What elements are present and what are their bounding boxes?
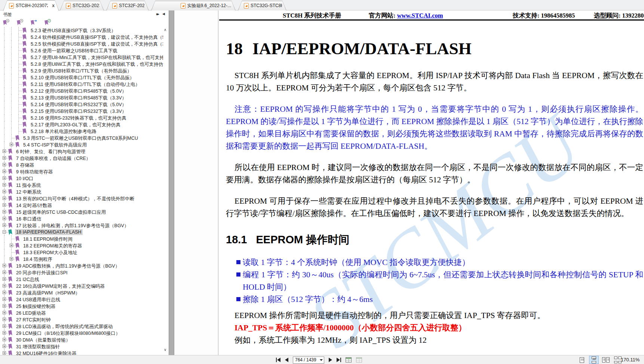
- expand-plus-icon[interactable]: +: [3, 163, 6, 166]
- expand-plus-icon[interactable]: +: [3, 318, 6, 321]
- expand-plus-icon[interactable]: +: [3, 304, 6, 308]
- site-link[interactable]: www.STCAI.com: [397, 12, 443, 19]
- bookmark-item[interactable]: +32 MDU16硬件16位乘除法器: [0, 350, 163, 355]
- tab-stc32f[interactable]: STC32F-20230724....: [106, 1, 149, 10]
- bookmark-item[interactable]: +6 时钟、复位、看门狗与电源管理: [0, 148, 163, 155]
- bookmark-label[interactable]: 18 IAP/EEPROM/DATA-FLASH: [15, 229, 83, 235]
- bookmark-item[interactable]: +18.4 范例程序: [0, 256, 163, 262]
- collapse-minus-icon[interactable]: −: [3, 230, 6, 234]
- last-page-button[interactable]: [337, 358, 341, 362]
- expand-plus-icon[interactable]: +: [3, 156, 6, 160]
- bookmark-item[interactable]: +31 增强型双数据指针: [0, 343, 163, 350]
- tree-scroll-up-icon[interactable]: ∧: [164, 28, 166, 32]
- table-select-tool-icon[interactable]: [346, 357, 352, 363]
- expand-plus-icon[interactable]: +: [3, 297, 6, 301]
- bookmark-item[interactable]: 5.2.5 软件模拟硬件USB直接ISP下载，建议尝试，不支持仿真（3.3V系统…: [0, 40, 163, 47]
- bookmark-item[interactable]: +7 自动频率校准，自动追频（CRE）: [0, 155, 163, 161]
- single-page-layout-button[interactable]: [577, 356, 586, 364]
- bookmark-item[interactable]: 5.2.11 使用USB转双串口/TTL下载（自动停电/上电）: [0, 81, 163, 87]
- previous-page-button[interactable]: [285, 358, 288, 362]
- bookmark-item[interactable]: −18 IAP/EEPROM/DATA-FLASH: [0, 229, 163, 235]
- facing-layout-button[interactable]: [601, 356, 610, 364]
- bookmark-item[interactable]: +12 中断系统: [0, 188, 163, 195]
- tab-stc32g-stc8h8k[interactable]: STC32G-STC8H8K6...: [238, 1, 286, 10]
- bookmark-item[interactable]: 5.2.16 使用RS-232转换器下载，也可支持仿真: [0, 114, 163, 121]
- bookmark-item[interactable]: 5.2.18 单片机电源控制参考电路: [0, 128, 163, 135]
- bookmark-locate-button[interactable]: ✓: [45, 19, 50, 26]
- bookmark-item[interactable]: +17 比较器，掉电检测，内部1.19V参考信号源（BGV）: [0, 222, 163, 229]
- bookmark-item[interactable]: +15 超级简单的STC USB-CDC虚拟串口应用: [0, 209, 163, 215]
- expand-plus-icon[interactable]: +: [3, 331, 6, 334]
- bookmark-item[interactable]: 5.2.6 使用一箭双雕之USB转串口工具下载: [0, 47, 163, 54]
- bookmark-delete-button[interactable]: ×: [3, 19, 9, 26]
- bookmark-item[interactable]: +25 触摸按键控制器: [0, 303, 163, 309]
- expand-plus-icon[interactable]: +: [3, 264, 6, 267]
- bookmark-item[interactable]: +26 LED驱动器: [0, 309, 163, 316]
- bookmark-item[interactable]: +8 存储器: [0, 161, 163, 168]
- expand-plus-icon[interactable]: +: [3, 291, 6, 294]
- expand-plus-icon[interactable]: +: [3, 210, 6, 213]
- bookmark-item[interactable]: +16 串口通信: [0, 215, 163, 222]
- bookmark-item[interactable]: +14 定时器/计数器: [0, 202, 163, 209]
- bookmark-label[interactable]: 32 MDU16硬件16位乘除法器: [15, 350, 77, 355]
- tab-experiment-box[interactable]: 实验箱9.6_2022-12-...: [151, 1, 236, 10]
- bookmark-item[interactable]: 5.2.13 使用USB转双串口/RS485下载（3.3V）: [0, 94, 163, 101]
- expand-plus-icon[interactable]: +: [3, 190, 6, 193]
- bookmark-item[interactable]: +28 LCD液晶驱动，即传统的段式/笔画式屏驱动: [0, 323, 163, 330]
- tree-scroll-down-icon[interactable]: ∨: [164, 348, 166, 352]
- tab-stc32g[interactable]: STC32G-20230725....: [60, 1, 104, 10]
- expand-plus-icon[interactable]: +: [3, 149, 6, 153]
- expand-plus-icon[interactable]: +: [3, 277, 6, 281]
- bookmark-item[interactable]: +30 DMA（批量数据传输）: [0, 336, 163, 343]
- next-page-button[interactable]: [329, 358, 332, 362]
- expand-plus-icon[interactable]: +: [3, 338, 6, 341]
- expand-plus-icon[interactable]: +: [3, 351, 6, 355]
- expand-plus-icon[interactable]: +: [3, 176, 6, 180]
- expand-plus-icon[interactable]: +: [3, 170, 6, 173]
- bookmark-item[interactable]: +9 特殊功能寄存器: [0, 168, 163, 175]
- bookmark-item[interactable]: 5.2.9 使用USB转双串口/TTL下载（有外部晶振）: [0, 67, 163, 74]
- bookmark-item[interactable]: +11 指令系统: [0, 182, 163, 188]
- expand-plus-icon[interactable]: +: [3, 203, 6, 207]
- bookmark-item[interactable]: +21 I2C总线: [0, 276, 163, 283]
- bookmark-item[interactable]: +13 所有的I/O口均可中断（4种模式），不是传统外部中断: [0, 195, 163, 202]
- expand-plus-icon[interactable]: +: [3, 223, 6, 227]
- bookmark-item[interactable]: 5.2.10 使用USB转双串口/TTL下载（无外部晶振）: [0, 74, 163, 81]
- panel-expand-icon[interactable]: ▸▸: [156, 12, 158, 16]
- bookmark-item[interactable]: 5.2.15 使用USB转双串口/RS232下载（3.3V）: [0, 108, 163, 114]
- bookmark-item[interactable]: 18.3 EEPROM大小及地址: [0, 249, 163, 256]
- expand-plus-icon[interactable]: +: [10, 143, 13, 146]
- bookmark-item[interactable]: +20 同步串行外设接口SPI: [0, 269, 163, 276]
- document-view[interactable]: STCMCU STC8H 系列技术手册 官方网站: www.STCAI.com …: [174, 10, 644, 355]
- bookmark-item[interactable]: 5.2.4 软件模拟硬件USB直接ISP下载，建议尝试，不支持仿真（5V系统）: [0, 34, 163, 40]
- expand-plus-icon[interactable]: +: [3, 271, 6, 274]
- bookmark-item[interactable]: +27 RTC实时时钟: [0, 316, 163, 323]
- bookmark-item[interactable]: +10 I/O口: [0, 175, 163, 182]
- bookmark-item[interactable]: 5.2.12 使用USB转双串口/RS485下载（5.0V）: [0, 87, 163, 94]
- expand-plus-icon[interactable]: +: [3, 183, 6, 186]
- tab-close-icon[interactable]: x: [52, 3, 55, 8]
- page-number-combobox[interactable]: 764 / 1439: [293, 357, 324, 364]
- bookmark-item[interactable]: 5.2.3 硬件USB直接ISP下载（3.3V系统）: [0, 27, 163, 34]
- bookmark-item[interactable]: 5.2.14 使用USB转双串口/RS232下载（5.0V）: [0, 101, 163, 108]
- expand-plus-icon[interactable]: +: [3, 284, 6, 287]
- expand-plus-icon[interactable]: +: [10, 244, 13, 247]
- bookmark-item[interactable]: +19 ADC模数转换，内部1.19V参考信号源（BGV）: [0, 262, 163, 269]
- bookmark-item[interactable]: 18.1 EEPROM操作时间: [0, 235, 163, 242]
- bookmark-item[interactable]: 5.2.17 使用PL2303-GL下载，也可支持仿真: [0, 121, 163, 128]
- bookmark-item[interactable]: +5.4 STC-ISP下载软件高级应用: [0, 141, 163, 148]
- bookmark-item[interactable]: 5.2.8 使用U8W工具下载，支持ISP在线和脱机下载，也可支持仿真: [0, 61, 163, 67]
- bookmark-item[interactable]: +18.2 EEPROM相关的寄存器: [0, 242, 163, 249]
- bookmark-item[interactable]: +22 16位高级PWM定时器，支持正交编码器: [0, 283, 163, 289]
- bookmark-item[interactable]: +24 USB通用串行总线: [0, 296, 163, 303]
- bookmark-item[interactable]: 5.2.7 使用U8-Mini工具下载，支持ISP在线和脱机下载，也可支持仿真: [0, 54, 163, 61]
- expand-plus-icon[interactable]: +: [3, 217, 6, 220]
- panel-collapse-icon[interactable]: ◀: [162, 12, 165, 16]
- expand-plus-icon[interactable]: +: [3, 345, 6, 348]
- bookmark-item[interactable]: +23 高速高级PWM（HSPWM）: [0, 289, 163, 296]
- bookmark-add-button[interactable]: +: [17, 19, 23, 26]
- first-page-button[interactable]: [276, 358, 280, 362]
- expand-plus-icon[interactable]: +: [3, 311, 6, 314]
- expand-plus-icon[interactable]: +: [10, 257, 13, 260]
- bookmark-item[interactable]: +29 LCM接口（8/16位彩屏模块I8080/M6800接口）: [0, 330, 163, 336]
